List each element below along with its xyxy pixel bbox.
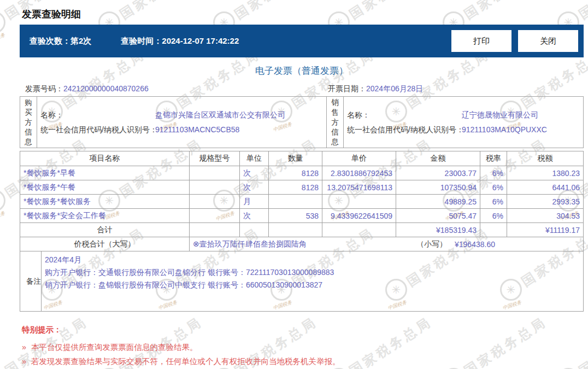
tax-emblem-icon: ✳ xyxy=(0,190,5,212)
invoice-date: 开票日期：2024年06月28日 xyxy=(328,82,423,95)
check-time-label: 查验时间： xyxy=(121,36,162,45)
buyer-name-value: 盘锦市兴隆台区双通城市公交有限公司 xyxy=(155,108,285,122)
item-tax_rate: 6% xyxy=(480,209,507,222)
sum-row: 价税合计（大写） ⊗壹拾玖万陆仟肆佰叁拾捌圆陆角 （小写）¥196438.60 xyxy=(20,237,583,251)
column-header-8: 税额 xyxy=(507,151,583,166)
item-unit: 月 xyxy=(239,195,268,208)
buyer-side-label: 购买方信息 xyxy=(24,98,33,147)
remark-line-2: 购方开户银行：交通银行股份有限公司盘锦分行 银行账号：7221117030130… xyxy=(45,266,334,279)
item-name: *餐饮服务*餐饮服务 xyxy=(20,195,189,208)
table-total-row: 合计 ¥185319.43 ¥11119.17 xyxy=(20,222,583,237)
empty-cell xyxy=(322,223,396,237)
sum-amounts-cell: ⊗壹拾玖万陆仟肆佰叁拾捌圆陆角 （小写）¥196438.60 xyxy=(189,237,583,251)
invoice-number-value: 24212000000040870266 xyxy=(63,84,149,93)
seller-taxid-row: 统一社会信用代码/纳税人识别号：91211103MA10QPUXXC xyxy=(347,122,583,137)
item-price: 9.4339622641509 xyxy=(322,209,396,222)
item-amount: 107350.94 xyxy=(396,180,480,194)
buyer-name-label: 名称： xyxy=(40,108,155,122)
item-name: *餐饮服务*安全会工作餐 xyxy=(20,209,189,222)
item-tax_rate: 6% xyxy=(480,180,507,194)
watermark-script-text: 中国税务 xyxy=(0,210,6,222)
item-qty xyxy=(268,195,322,208)
party-box: 购买方信息 名称：盘锦市兴隆台区双通城市公交有限公司 统一社会信用代码/纳税人识… xyxy=(20,96,584,148)
invoice-verification-page: 发票查验明细 查验次数：第2次 查验时间：2024-12-07 17:42:22… xyxy=(20,0,584,366)
items-table-header-row: 项目名称规格型号单位数量单价金额税率税额 xyxy=(20,151,583,166)
item-row-4: *餐饮服务*安全会工作餐次5389.43396226415095075.476%… xyxy=(20,208,583,222)
item-qty: 538 xyxy=(268,209,322,222)
notice-item-text: 若发现发票查验结果与实际交易不符，任何单位或个人有权拒收并向当地税务机关举报。 xyxy=(31,357,340,366)
invoice-number: 发票号码：24212000000040870266 xyxy=(25,82,149,95)
column-header-3: 单位 xyxy=(239,151,268,166)
remark-line-3: 销方开户银行：盘锦银行股份有限公司中银支行 银行账号：6600501309000… xyxy=(45,279,322,291)
page-title: 发票查验明细 xyxy=(22,8,584,20)
sum-small-value: ¥196438.60 xyxy=(455,240,495,249)
item-qty: 8128 xyxy=(268,180,322,194)
seller-name-row: 名称：辽宁德晟物业有限公司 xyxy=(347,108,583,122)
column-header-6: 金额 xyxy=(396,151,480,166)
notice-item-1: »本平台仅提供所查询发票票面信息的查验结果。 xyxy=(22,342,584,352)
remarks-side-label-cell: 备注 xyxy=(20,251,41,311)
notice-item-2: »若发现发票查验结果与实际交易不符，任何单位或个人有权拒收并向当地税务机关举报。 xyxy=(22,356,584,366)
seller-name-label: 名称： xyxy=(347,108,462,122)
remark-line-1: 2024年4月 xyxy=(45,254,81,266)
item-row-2: *餐饮服务*午餐次812813.2075471698113107350.946%… xyxy=(20,180,583,194)
item-price: 13.2075471698113 xyxy=(322,180,396,194)
item-spec xyxy=(189,166,239,180)
item-tax_rate: 6% xyxy=(480,166,507,180)
column-header-4: 数量 xyxy=(268,151,322,166)
notice-bullet-icon: » xyxy=(22,357,26,366)
item-amount: 49889.25 xyxy=(396,195,480,208)
sum-small-group: （小写）¥196438.60 xyxy=(416,237,495,251)
empty-cell xyxy=(480,223,507,237)
item-name: *餐饮服务*午餐 xyxy=(20,180,189,194)
empty-cell xyxy=(239,223,268,237)
total-amount: ¥185319.43 xyxy=(396,223,480,237)
total-tax: ¥11119.17 xyxy=(507,223,583,237)
item-amount: 5075.47 xyxy=(396,209,480,222)
sum-small-label: （小写） xyxy=(416,239,447,249)
item-spec xyxy=(189,180,239,194)
item-qty: 8128 xyxy=(268,166,322,180)
items-table: 项目名称规格型号单位数量单价金额税率税额 *餐饮服务*早餐次81282.8301… xyxy=(20,151,584,312)
buyer-taxid-value: 91211103MACNC5CB58 xyxy=(155,122,239,137)
buyer-content: 名称：盘锦市兴隆台区双通城市公交有限公司 统一社会信用代码/纳税人识别号：912… xyxy=(37,97,326,148)
special-notice: 特别提示： »本平台仅提供所查询发票票面信息的查验结果。»若发现发票查验结果与实… xyxy=(20,325,584,366)
sum-uppercase-amount: ⊗壹拾玖万陆仟肆佰叁拾捌圆陆角 xyxy=(193,239,307,249)
seller-section: 销售方信息 名称：辽宁德晟物业有限公司 统一社会信用代码/纳税人识别号：9121… xyxy=(326,96,584,148)
item-unit: 次 xyxy=(239,166,268,180)
seller-name-value: 辽宁德晟物业有限公司 xyxy=(462,108,538,122)
check-count-label: 查验次数： xyxy=(30,36,70,45)
item-price: 2.8301886792453 xyxy=(322,166,396,180)
print-button[interactable]: 打印 xyxy=(451,30,511,52)
item-unit: 次 xyxy=(239,209,268,222)
special-notice-title: 特别提示： xyxy=(22,325,584,338)
remarks-side-label: 备注 xyxy=(26,277,35,286)
invoice-number-label: 发票号码： xyxy=(25,84,63,93)
item-tax: 304.53 xyxy=(507,209,583,222)
item-row-1: *餐饮服务*早餐次81282.830188679245323003.776%13… xyxy=(20,166,583,180)
seller-side-label: 销售方信息 xyxy=(331,98,339,147)
close-button[interactable]: 关闭 xyxy=(518,30,578,52)
item-tax: 2993.35 xyxy=(507,195,583,208)
invoice-date-label: 开票日期： xyxy=(328,84,366,93)
seller-taxid-value: 91211103MA10QPUXXC xyxy=(462,122,547,137)
verification-topbar: 查验次数：第2次 查验时间：2024-12-07 17:42:22 打印 关闭 xyxy=(20,25,584,57)
remarks-row: 备注 2024年4月购方开户银行：交通银行股份有限公司盘锦分行 银行账号：722… xyxy=(20,251,583,311)
seller-taxid-label: 统一社会信用代码/纳税人识别号： xyxy=(347,122,462,137)
item-spec xyxy=(189,209,239,222)
buyer-side-label-cell: 购买方信息 xyxy=(20,97,37,148)
sum-label: 价税合计（大写） xyxy=(20,237,189,251)
item-unit: 次 xyxy=(239,180,268,194)
invoice-type-title: 电子发票（普通发票） xyxy=(20,65,584,77)
check-count-value: 第2次 xyxy=(70,36,91,45)
buyer-section: 购买方信息 名称：盘锦市兴隆台区双通城市公交有限公司 统一社会信用代码/纳税人识… xyxy=(20,96,327,148)
item-tax_rate: 6% xyxy=(480,195,507,208)
remarks-content: 2024年4月购方开户银行：交通银行股份有限公司盘锦分行 银行账号：722111… xyxy=(41,251,583,311)
check-time-value: 2024-12-07 17:42:22 xyxy=(162,36,239,45)
column-header-1: 项目名称 xyxy=(20,151,189,166)
check-count: 查验次数：第2次 xyxy=(30,36,91,46)
item-tax: 6441.06 xyxy=(507,180,583,194)
column-header-7: 税率 xyxy=(480,151,507,166)
notice-item-text: 本平台仅提供所查询发票票面信息的查验结果。 xyxy=(31,343,198,352)
item-row-3: *餐饮服务*餐饮服务月49889.256%2993.35 xyxy=(20,194,583,208)
